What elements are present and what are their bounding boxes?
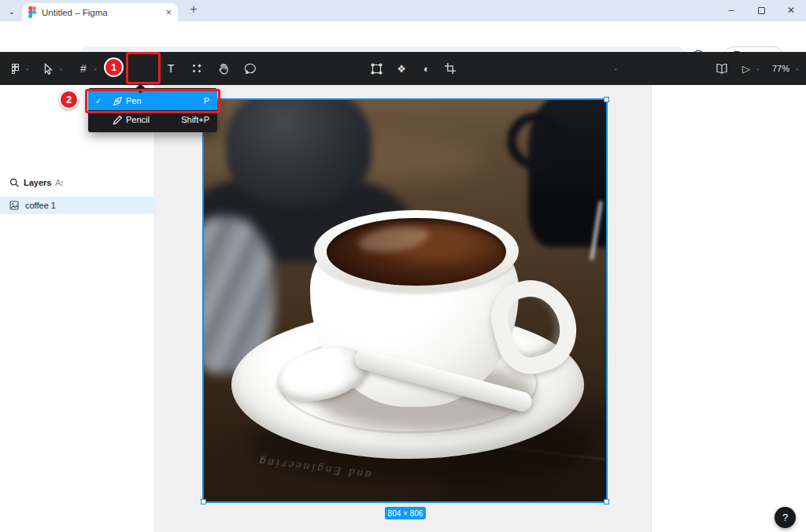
comment-icon: [245, 63, 257, 75]
maximize-icon: [758, 7, 765, 14]
crop-icon: [445, 63, 456, 74]
background-dark-cup: [226, 100, 372, 206]
tab-layers[interactable]: Layers: [24, 178, 51, 187]
tab-assets[interactable]: Assets: [55, 178, 63, 187]
menu-item-label: Pencil: [126, 115, 181, 124]
background-kettle-handle: [507, 113, 564, 169]
edit-object-icon: [371, 63, 383, 75]
text-tool-button[interactable]: T: [162, 52, 179, 85]
main-menu-chevron-icon[interactable]: ⌄: [24, 52, 31, 85]
browser-tab-strip: ⌄ Untitled – Figma × + – ✕: [0, 0, 806, 21]
move-tool-button[interactable]: [39, 52, 57, 85]
zoom-level[interactable]: 77%: [768, 52, 793, 85]
search-icon[interactable]: [9, 178, 20, 188]
pen-tool-dropdown-menu: ✓ Pen P Pencil Shift+P: [88, 88, 217, 132]
frame-tool-button[interactable]: #: [76, 52, 91, 85]
edit-object-button[interactable]: [367, 52, 386, 85]
design-panel: Design Prototype X -886 Y -693 W 804 H 8…: [651, 85, 806, 532]
avatar-chevron-icon[interactable]: ⌄: [612, 52, 619, 85]
cursor-icon: [43, 63, 54, 75]
checkmark-icon: ✓: [88, 97, 109, 105]
crop-button[interactable]: [441, 52, 460, 85]
frame-tool-chevron-icon[interactable]: ⌄: [91, 52, 99, 85]
layer-row-coffee[interactable]: coffee 1: [0, 197, 155, 214]
actions-icon: [191, 63, 202, 74]
coffee-image[interactable]: and Engineering: [204, 100, 606, 501]
annotation-step-1-badge: 1: [104, 57, 124, 77]
figma-menu-icon: [12, 64, 19, 74]
present-chevron-icon[interactable]: ⌄: [754, 52, 762, 85]
vector-flatten-button[interactable]: ❖: [392, 52, 411, 85]
window-close-button[interactable]: ✕: [778, 0, 804, 20]
actions-tool-button[interactable]: [187, 52, 206, 85]
hand-icon: [218, 63, 229, 75]
tab-close-icon[interactable]: ×: [165, 7, 172, 17]
mask-button[interactable]: ◐: [417, 52, 436, 85]
pen-icon: [109, 96, 126, 106]
figma-in-browser-window: ⌄ Untitled – Figma × + – ✕ ← → ↻ figma.c…: [0, 0, 806, 532]
comment-tool-button[interactable]: [241, 52, 260, 85]
new-tab-button[interactable]: +: [186, 2, 202, 18]
menu-item-shortcut: Shift+P: [181, 115, 209, 124]
window-minimize-button[interactable]: –: [718, 0, 745, 20]
layer-name: coffee 1: [25, 201, 56, 210]
move-tool-chevron-icon[interactable]: ⌄: [57, 52, 65, 85]
hand-tool-button[interactable]: [214, 52, 233, 85]
browser-address-bar: ← → ↻ figma.com/design/mHy69ikdLNTMt8pKd…: [0, 21, 806, 52]
present-button[interactable]: ▷: [740, 52, 752, 85]
selection-size-badge: 804 × 806: [385, 507, 426, 519]
pencil-icon: [109, 115, 126, 125]
menu-item-shortcut: P: [204, 96, 209, 105]
main-menu-button[interactable]: [6, 52, 24, 85]
menu-item-label: Pen: [126, 96, 204, 105]
window-maximize-button[interactable]: [748, 0, 775, 20]
tab-title: Untitled – Figma: [42, 8, 160, 17]
menu-item-pencil[interactable]: Pencil Shift+P: [88, 110, 217, 129]
zoom-chevron-icon[interactable]: ⌄: [793, 52, 801, 85]
layers-panel: Layers Assets coffee 1: [0, 85, 155, 532]
book-icon: [715, 63, 728, 74]
library-button[interactable]: [713, 52, 730, 85]
browser-tab[interactable]: Untitled – Figma ×: [22, 3, 178, 21]
figma-favicon-icon: [28, 6, 36, 18]
annotation-step-2-badge: 2: [59, 90, 79, 109]
help-button[interactable]: ?: [775, 507, 796, 528]
menu-item-pen[interactable]: ✓ Pen P: [88, 91, 217, 110]
image-layer-icon: [9, 201, 19, 210]
tab-search-icon[interactable]: ⌄: [5, 4, 19, 18]
